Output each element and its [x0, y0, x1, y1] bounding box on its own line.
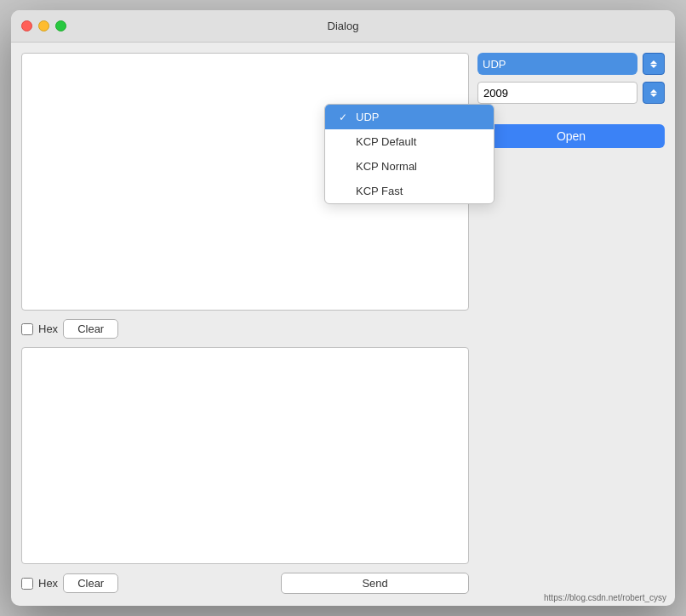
open-button[interactable]: Open	[477, 124, 665, 148]
dropdown-item-kcp-normal-label: KCP Normal	[356, 160, 417, 173]
titlebar: Dialog	[11, 10, 675, 43]
port-stepper-down-icon	[650, 94, 657, 97]
main-content: Hex Clear Hex Clear Send UDP	[11, 43, 675, 606]
port-label: rt	[477, 107, 665, 117]
lower-controls-row: Hex Clear Send	[21, 571, 469, 596]
protocol-select[interactable]: UDP	[477, 53, 637, 75]
minimize-button[interactable]	[38, 20, 49, 31]
stepper-down-icon	[650, 65, 657, 68]
upper-hex-checkbox[interactable]	[21, 323, 33, 335]
protocol-selected-label: UDP	[483, 58, 506, 71]
window-title: Dialog	[328, 20, 359, 32]
port-input[interactable]	[477, 82, 637, 104]
dropdown-item-udp[interactable]: ✓ UDP	[325, 105, 494, 129]
lower-hex-label: Hex	[38, 577, 58, 590]
checkmark-icon: ✓	[339, 111, 351, 123]
lower-hex-checkbox[interactable]	[21, 578, 33, 590]
port-row	[477, 82, 665, 104]
upper-clear-button[interactable]: Clear	[63, 319, 118, 339]
close-button[interactable]	[21, 20, 32, 31]
protocol-stepper[interactable]	[643, 53, 665, 75]
lower-textarea[interactable]	[21, 347, 469, 564]
dropdown-item-kcp-fast[interactable]: KCP Fast	[325, 179, 494, 203]
stepper-up-icon	[650, 60, 657, 64]
protocol-row: UDP	[477, 53, 665, 75]
dropdown-item-kcp-fast-label: KCP Fast	[356, 185, 403, 197]
port-stepper-up-icon	[650, 89, 657, 93]
protocol-dropdown: ✓ UDP KCP Default KCP Normal KCP Fast	[324, 104, 494, 204]
dropdown-item-udp-label: UDP	[356, 111, 379, 123]
traffic-lights	[21, 20, 66, 31]
dropdown-item-kcp-default-label: KCP Default	[356, 135, 416, 148]
right-panel: UDP rt Open	[477, 53, 665, 596]
port-stepper[interactable]	[643, 82, 665, 104]
dialog-window: Dialog Hex Clear Hex Clear Send	[11, 10, 675, 606]
lower-clear-button[interactable]: Clear	[63, 573, 118, 593]
maximize-button[interactable]	[55, 20, 66, 31]
dropdown-item-kcp-normal[interactable]: KCP Normal	[325, 154, 494, 179]
upper-hex-label: Hex	[38, 322, 58, 335]
footer-link: https://blog.csdn.net/robert_cysy	[544, 593, 666, 602]
send-button[interactable]: Send	[281, 573, 469, 594]
upper-controls-row: Hex Clear	[21, 317, 469, 340]
dropdown-item-kcp-default[interactable]: KCP Default	[325, 129, 494, 154]
